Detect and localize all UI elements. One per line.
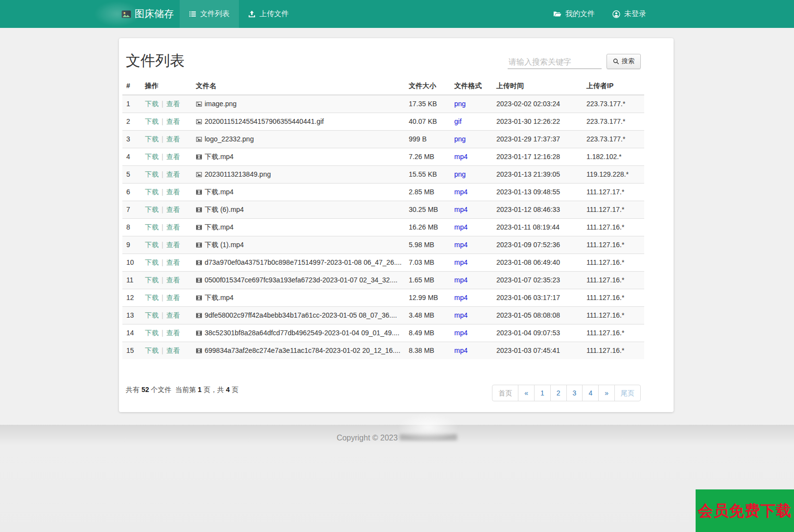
file-format-link[interactable]: mp4 [454,241,467,249]
file-format-link[interactable]: mp4 [454,329,467,337]
file-name: 下载.mp4 [205,223,234,231]
pagination-first[interactable]: 首页 [492,385,518,401]
action-separator: | [162,117,163,125]
download-link[interactable]: 下载 [145,329,159,337]
view-link[interactable]: 查看 [166,241,180,249]
nav-item-upload[interactable]: 上传文件 [239,0,298,28]
upload-icon [248,10,256,18]
total-files-count: 52 [141,386,149,393]
view-link[interactable]: 查看 [166,153,180,161]
view-link[interactable]: 查看 [166,188,180,196]
view-link[interactable]: 查看 [166,329,180,337]
pagination-page-2[interactable]: 2 [550,385,567,401]
nav-item-login-status[interactable]: 未登录 [612,9,646,19]
upload-time: 2023-01-08 06:49:40 [492,254,583,272]
pagination-page-4[interactable]: 4 [582,385,599,401]
download-link[interactable]: 下载 [145,347,159,354]
row-index: 5 [122,166,141,184]
row-index: 1 [122,95,141,113]
download-link[interactable]: 下载 [145,206,159,213]
view-link[interactable]: 查看 [166,170,180,178]
download-link[interactable]: 下载 [145,311,159,319]
brand[interactable]: 图床储存 [121,0,174,28]
row-index: 14 [122,324,141,342]
file-name: 下载.mp4 [205,188,234,196]
file-format-link[interactable]: mp4 [454,276,467,284]
action-separator: | [162,153,163,161]
file-name-cell: logo_22332.png [192,131,405,148]
view-link[interactable]: 查看 [166,100,180,108]
action-separator: | [162,170,163,178]
file-format-link[interactable]: mp4 [454,223,467,231]
file-size: 999 B [405,131,450,148]
pagination-next[interactable]: » [598,385,615,401]
view-link[interactable]: 查看 [166,117,180,125]
nav-item-file-list[interactable]: 文件列表 [180,0,239,28]
view-link[interactable]: 查看 [166,276,180,284]
download-link[interactable]: 下载 [145,188,159,196]
picture-icon [121,9,131,19]
row-actions: 下载|查看 [141,184,192,201]
upload-time: 2023-01-13 21:39:05 [492,166,583,184]
download-link[interactable]: 下载 [145,223,159,231]
download-link[interactable]: 下载 [145,100,159,108]
upload-time: 2023-01-05 08:08:08 [492,307,583,324]
upload-time: 2023-01-03 07:45:41 [492,342,583,360]
download-link[interactable]: 下载 [145,153,159,161]
row-actions: 下载|查看 [141,289,192,307]
search-input[interactable] [508,56,602,69]
file-format-link[interactable]: mp4 [454,258,467,266]
download-link[interactable]: 下载 [145,294,159,301]
nav-item-my-files[interactable]: 我的文件 [553,9,595,19]
view-link[interactable]: 查看 [166,311,180,319]
pagination-prev[interactable]: « [518,385,535,401]
action-separator: | [162,294,163,301]
file-size: 7.26 MB [405,148,450,166]
file-table-body: 1 下载|查看 image.png 17.35 KB png 2023-02-0… [122,95,644,359]
download-link[interactable]: 下载 [145,276,159,284]
file-format-link[interactable]: png [454,100,466,108]
download-link[interactable]: 下载 [145,170,159,178]
row-index: 15 [122,342,141,360]
view-link[interactable]: 查看 [166,294,180,301]
file-format-link[interactable]: mp4 [454,311,467,319]
file-list-panel: 文件列表 搜索 # 操作 文件名 文件大小 文件格式 上传时间 上传者IP [119,38,674,412]
file-size: 40.07 KB [405,113,450,131]
file-format-link[interactable]: mp4 [454,188,467,196]
view-link[interactable]: 查看 [166,347,180,354]
file-format-link[interactable]: mp4 [454,206,467,213]
file-format-link[interactable]: gif [454,117,462,125]
upload-time: 2023-01-07 02:35:23 [492,272,583,289]
pagination-last[interactable]: 尾页 [614,385,641,401]
download-link[interactable]: 下载 [145,258,159,266]
pagination-page-3[interactable]: 3 [566,385,583,401]
member-download-badge[interactable]: 会员免费下载 [696,489,794,532]
table-row: 11 下载|查看 0500f015347ce697fc93a193efa6723… [122,272,644,289]
file-format-link[interactable]: png [454,170,466,178]
file-name: 下载.mp4 [205,294,234,301]
file-format-link[interactable]: mp4 [454,153,467,161]
search-button-label: 搜索 [622,57,634,66]
table-row: 7 下载|查看 下载 (6).mp4 30.25 MB mp4 2023-01-… [122,201,644,219]
image-icon [196,135,205,143]
download-link[interactable]: 下载 [145,117,159,125]
row-actions: 下载|查看 [141,113,192,131]
pagination-page-1[interactable]: 1 [534,385,551,401]
view-link[interactable]: 查看 [166,135,180,143]
file-format-link[interactable]: png [454,135,466,143]
upload-time: 2023-01-04 09:07:53 [492,324,583,342]
search-button[interactable]: 搜索 [607,54,641,69]
col-upload-time: 上传时间 [492,77,583,95]
action-separator: | [162,206,163,213]
file-format-link[interactable]: mp4 [454,294,467,301]
film-icon [196,294,205,301]
download-link[interactable]: 下载 [145,135,159,143]
view-link[interactable]: 查看 [166,206,180,213]
download-link[interactable]: 下载 [145,241,159,249]
view-link[interactable]: 查看 [166,258,180,266]
action-separator: | [162,276,163,284]
view-link[interactable]: 查看 [166,223,180,231]
uploader-ip: 111.127.16.* [583,324,644,342]
file-format-link[interactable]: mp4 [454,347,467,354]
row-index: 9 [122,236,141,254]
